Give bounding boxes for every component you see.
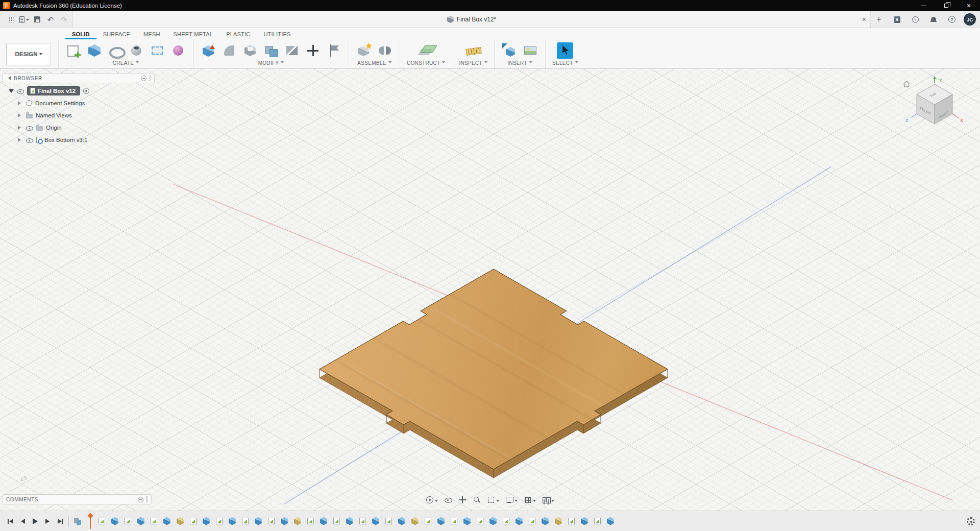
extrude-icon[interactable] bbox=[86, 42, 103, 59]
timeline-component-icon[interactable] bbox=[177, 517, 184, 525]
tool-group-label-select[interactable]: SELECT bbox=[552, 60, 578, 67]
timeline-sketch-icon[interactable] bbox=[503, 518, 509, 524]
timeline-sketch-icon[interactable] bbox=[385, 518, 392, 524]
fit-button[interactable] bbox=[485, 494, 501, 505]
ribbon-tab-sheet-metal[interactable]: SHEET METAL bbox=[167, 30, 220, 39]
timeline-extrude-icon[interactable] bbox=[203, 517, 210, 525]
timeline-extrude-icon[interactable] bbox=[255, 517, 262, 525]
tab-close-button[interactable]: × bbox=[862, 16, 866, 23]
shell-icon[interactable] bbox=[242, 42, 258, 59]
display-button[interactable] bbox=[503, 494, 520, 505]
minimize-panel-icon[interactable] bbox=[138, 497, 143, 502]
app-grid-button[interactable] bbox=[4, 13, 17, 26]
expand-arrow-icon[interactable] bbox=[18, 113, 23, 117]
browser-row-3[interactable]: Origin bbox=[3, 122, 155, 134]
pan-button[interactable] bbox=[456, 494, 469, 505]
viewcube[interactable]: Y TOP FRONT RIGHT Z X bbox=[901, 76, 968, 137]
timeline-component-icon[interactable] bbox=[411, 517, 419, 525]
panel-grip-icon[interactable] bbox=[146, 496, 148, 502]
visibility-eye-icon[interactable] bbox=[26, 137, 33, 143]
timeline-sketch-icon[interactable] bbox=[359, 518, 366, 524]
undo-button[interactable]: ↶ bbox=[44, 13, 57, 26]
browser-row-4[interactable]: Box Bottom v3:1 bbox=[3, 134, 155, 146]
timeline-play-button[interactable] bbox=[30, 516, 40, 526]
joint-icon[interactable] bbox=[377, 42, 393, 59]
timeline-position-marker[interactable] bbox=[87, 513, 93, 530]
browser-row-0[interactable]: Final Box v12 bbox=[3, 85, 155, 97]
activate-radio-icon[interactable] bbox=[83, 88, 89, 94]
combine-icon[interactable] bbox=[263, 42, 279, 59]
timeline-sketch-icon[interactable] bbox=[451, 518, 457, 524]
ribbon-tab-plastic[interactable]: PLASTIC bbox=[219, 30, 257, 39]
timeline-extrude-icon[interactable] bbox=[137, 517, 144, 525]
timeline-component-icon[interactable] bbox=[294, 517, 301, 525]
panel-grip-icon[interactable] bbox=[150, 75, 151, 81]
timeline-sketch-icon[interactable] bbox=[307, 518, 314, 524]
create-sketch-icon[interactable] bbox=[65, 42, 82, 59]
insert-derive-icon[interactable] bbox=[501, 42, 518, 59]
timeline-sketch-icon[interactable] bbox=[477, 518, 483, 524]
timeline-extrude-icon[interactable] bbox=[398, 517, 405, 525]
timeline-sketch-icon[interactable] bbox=[190, 518, 197, 524]
user-avatar[interactable]: JC bbox=[964, 13, 976, 26]
timeline-sketch-icon[interactable] bbox=[151, 518, 157, 524]
timeline-extrude-icon[interactable] bbox=[281, 517, 288, 525]
timeline-extrude-icon[interactable] bbox=[111, 517, 118, 525]
save-button[interactable] bbox=[31, 13, 44, 26]
ribbon-tab-surface[interactable]: SURFACE bbox=[96, 30, 137, 39]
box-icon[interactable] bbox=[149, 42, 165, 59]
timeline-sketch-icon[interactable] bbox=[216, 518, 223, 524]
timeline-extrude-icon[interactable] bbox=[607, 517, 614, 525]
board-top-face[interactable] bbox=[320, 269, 668, 469]
visibility-eye-icon[interactable] bbox=[17, 88, 24, 94]
timeline-extrude-icon[interactable] bbox=[346, 517, 353, 525]
help-button[interactable]: ? bbox=[945, 13, 959, 26]
timeline-sketch-icon[interactable] bbox=[594, 518, 601, 524]
browser-row-1[interactable]: Document Settings bbox=[3, 97, 155, 109]
viewports-button[interactable] bbox=[540, 494, 556, 505]
ribbon-tab-mesh[interactable]: MESH bbox=[137, 30, 167, 39]
maximize-button[interactable] bbox=[935, 0, 958, 11]
split-body-icon[interactable] bbox=[284, 42, 300, 59]
expand-arrow-icon[interactable] bbox=[18, 126, 23, 130]
hole-icon[interactable] bbox=[128, 42, 144, 59]
job-status-button[interactable] bbox=[909, 13, 922, 26]
timeline-extrude-icon[interactable] bbox=[581, 517, 588, 525]
timeline-sketch-icon[interactable] bbox=[125, 518, 131, 524]
timeline-extrude-icon[interactable] bbox=[372, 517, 379, 525]
viewport[interactable]: 4.5 6 BROWSER Final Box v12Document Sett… bbox=[0, 69, 980, 511]
timeline-options-icon[interactable] bbox=[73, 517, 82, 526]
timeline-step-back-button[interactable] bbox=[17, 516, 28, 526]
timeline-extrude-icon[interactable] bbox=[489, 517, 497, 525]
new-component-icon[interactable] bbox=[356, 42, 372, 59]
orbit-button[interactable] bbox=[424, 494, 440, 505]
visibility-eye-icon[interactable] bbox=[26, 125, 33, 131]
timeline-sketch-icon[interactable] bbox=[99, 518, 105, 524]
timeline-extrude-icon[interactable] bbox=[437, 517, 445, 525]
offset-plane-icon[interactable] bbox=[418, 42, 434, 59]
expand-arrow-icon[interactable] bbox=[18, 138, 23, 142]
align-icon[interactable] bbox=[326, 42, 342, 59]
ribbon-tab-utilities[interactable]: UTILITIES bbox=[257, 30, 297, 39]
browser-header[interactable]: BROWSER bbox=[3, 73, 155, 83]
close-button[interactable]: × bbox=[958, 0, 980, 11]
comments-panel[interactable]: COMMENTS bbox=[3, 494, 152, 504]
timeline-extrude-icon[interactable] bbox=[542, 517, 549, 525]
press-pull-icon[interactable] bbox=[200, 42, 216, 59]
timeline-extrude-icon[interactable] bbox=[320, 517, 327, 525]
minimize-button[interactable] bbox=[913, 0, 935, 11]
collapse-arrow-icon[interactable] bbox=[6, 76, 11, 80]
notifications-button[interactable] bbox=[927, 13, 940, 26]
timeline-component-icon[interactable] bbox=[555, 517, 562, 525]
timeline-skip-end-button[interactable] bbox=[54, 516, 64, 526]
move-icon[interactable] bbox=[305, 42, 321, 59]
timeline-sketch-icon[interactable] bbox=[568, 518, 575, 524]
timeline-sketch-icon[interactable] bbox=[333, 518, 340, 524]
select-cursor-icon[interactable] bbox=[557, 42, 573, 59]
grid-settings-button[interactable] bbox=[522, 494, 538, 505]
ribbon-tab-solid[interactable]: SOLID bbox=[65, 30, 96, 39]
timeline-extrude-icon[interactable] bbox=[516, 517, 523, 525]
timeline-sketch-icon[interactable] bbox=[425, 518, 431, 524]
zoom-button[interactable] bbox=[471, 494, 483, 505]
timeline-skip-start-button[interactable] bbox=[5, 516, 15, 526]
